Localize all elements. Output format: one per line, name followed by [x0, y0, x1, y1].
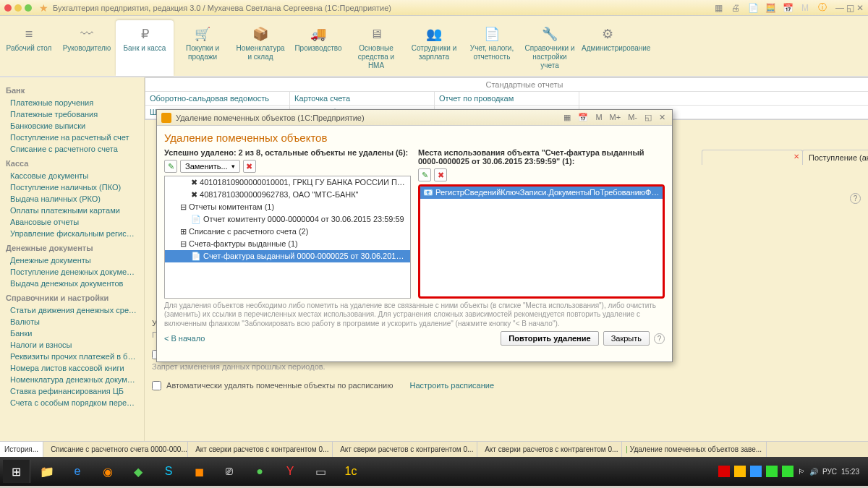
tray-lang[interactable]: РУС — [822, 468, 837, 476]
nav-admin[interactable]: ⚙Администрирование — [579, 20, 637, 76]
app-button[interactable]: ◆ — [124, 460, 152, 483]
close-button[interactable]: Закрыть — [603, 331, 650, 346]
sb-link[interactable]: Управление фискальным регистра... — [6, 228, 138, 239]
tree-group[interactable]: ⊞ Списание с расчетного счета (2) — [165, 226, 410, 238]
tray-volume-icon[interactable]: 🔊 — [809, 468, 818, 476]
nav-staff[interactable]: 👥Сотрудники и зарплата — [405, 20, 463, 76]
m-plus-icon[interactable]: M — [799, 2, 811, 14]
close-dot[interactable] — [4, 4, 12, 12]
report-link[interactable]: Оборотно-сальдовая ведомость — [145, 92, 290, 105]
sb-link[interactable]: Ставка рефинансирования ЦБ — [6, 385, 138, 397]
nav-manager[interactable]: 〰Руководителю — [58, 20, 116, 76]
tray-icon[interactable] — [782, 466, 793, 477]
help-icon[interactable]: ? — [654, 333, 665, 344]
nav-sales[interactable]: 🛒Покупки и продажи — [174, 20, 231, 76]
sb-link[interactable]: Поступление денежных документов — [6, 266, 138, 278]
doc-tab[interactable]: Акт сверки расчетов с контрагентом 0... — [333, 442, 477, 457]
schedule-link[interactable]: Настроить расписание — [409, 381, 494, 390]
dlg-calendar-icon[interactable]: 📅 — [576, 112, 590, 123]
grid-icon[interactable]: ▦ — [712, 2, 724, 14]
app-button[interactable]: ● — [246, 460, 273, 483]
tray-icon[interactable] — [734, 466, 746, 477]
restore-button[interactable]: ◱ — [846, 3, 854, 13]
retry-delete-button[interactable]: Повторить удаление — [501, 331, 598, 346]
usage-list[interactable]: 📧 РегистрСведенийКлючЗаписи.ДокументыПоТ… — [418, 184, 665, 299]
dialog-titlebar[interactable]: Удаление помеченных объектов (1С:Предпри… — [157, 110, 672, 126]
tray-flag-icon[interactable]: 🏳 — [798, 468, 805, 476]
delete-button[interactable]: ✖ — [434, 168, 447, 181]
1c-button[interactable]: 1c — [337, 460, 365, 483]
nav-ref[interactable]: 🔧Справочники и настройки учета — [521, 20, 579, 76]
tray-icon[interactable] — [718, 466, 730, 477]
start-button[interactable]: ⊞ — [3, 460, 30, 483]
doc-icon[interactable]: 📄 — [747, 2, 759, 14]
app-button[interactable]: ⎚ — [216, 460, 243, 483]
sb-link[interactable]: Статьи движения денежных средств — [6, 304, 138, 316]
sb-link[interactable]: Валюты — [6, 316, 138, 328]
sb-link[interactable]: Поступление на расчетный счет — [6, 132, 138, 143]
nav-stock[interactable]: 📦Номенклатура и склад — [231, 20, 289, 76]
edit-button[interactable]: ✎ — [418, 168, 431, 181]
app-button[interactable]: ◼ — [185, 460, 213, 483]
close-button[interactable]: ✕ — [856, 3, 864, 13]
tree-item[interactable]: 📄 Отчет комитенту 0000-0000004 от 30.06.… — [165, 213, 410, 226]
doc-tab[interactable]: Акт сверки расчетов с контрагентом 0... — [188, 442, 333, 457]
app-button[interactable]: Y — [276, 460, 304, 483]
nav-tax[interactable]: 📄Учет, налоги, отчетность — [463, 20, 521, 76]
print-icon[interactable]: 🖨 — [730, 2, 741, 14]
sb-link[interactable]: Банковские выписки — [6, 120, 138, 132]
tray-clock[interactable]: 15:23 — [841, 468, 859, 476]
sb-link[interactable]: Выдача наличных (РКО) — [6, 193, 138, 205]
tree-item[interactable]: ✖ 40817810300000962783, ОАО "МТС-БАНК" — [165, 189, 410, 201]
tray-icon[interactable] — [766, 466, 778, 477]
help-icon[interactable]: ⓘ — [817, 2, 828, 14]
doc-tab[interactable]: Поступление (акты, ...✕ — [802, 150, 868, 165]
edit-button[interactable]: ✎ — [164, 160, 177, 173]
sb-link[interactable]: Выдача денежных документов — [6, 278, 138, 289]
dlg-m-icon[interactable]: M — [593, 112, 604, 123]
dlg-restore-icon[interactable]: ◱ — [642, 112, 654, 123]
calc-icon[interactable]: 🧮 — [765, 2, 776, 14]
sb-link[interactable]: Реквизиты прочих платежей в бюд... — [6, 351, 138, 362]
sb-link[interactable]: Платежные требования — [6, 108, 138, 120]
star-icon[interactable]: ★ — [39, 2, 48, 14]
nav-production[interactable]: 🚚Производство — [289, 20, 347, 76]
doc-tab[interactable]: ✕ — [702, 150, 803, 165]
sb-link[interactable]: Платежные поручения — [6, 97, 138, 108]
calendar-icon[interactable]: 📅 — [782, 2, 793, 14]
minimize-button[interactable]: — — [835, 3, 844, 13]
history-tab[interactable]: История... — [0, 442, 43, 457]
ie-button[interactable]: e — [64, 460, 91, 483]
close-tab-icon[interactable]: ✕ — [793, 153, 799, 160]
nav-desktop[interactable]: ≡Рабочий стол — [0, 20, 58, 76]
tree-group[interactable]: ⊟ Отчеты комитентам (1) — [165, 201, 410, 213]
tray-icon[interactable] — [750, 466, 762, 477]
sb-link[interactable]: Авансовые отчеты — [6, 216, 138, 228]
sb-link[interactable]: Налоги и взносы — [6, 339, 138, 351]
tree-group[interactable]: ⊟ Счета-фактуры выданные (1) — [165, 238, 410, 250]
help-icon[interactable]: ? — [850, 193, 861, 204]
minimize-dot[interactable] — [14, 4, 22, 12]
skype-button[interactable]: S — [155, 460, 182, 483]
back-link[interactable]: < В начало — [164, 334, 205, 343]
usage-item[interactable]: 📧 РегистрСведенийКлючЗаписи.ДокументыПоТ… — [420, 187, 663, 199]
dlg-close-icon[interactable]: ✕ — [657, 112, 668, 123]
delete-button[interactable]: ✖ — [243, 160, 256, 173]
nav-bank-kassa[interactable]: ₽Банк и касса — [116, 20, 174, 76]
doc-tab[interactable]: Акт сверки расчетов с контрагентом 0... — [477, 442, 622, 457]
sb-link[interactable]: Поступление наличных (ПКО) — [6, 181, 138, 193]
dlg-grid-icon[interactable]: ▦ — [561, 112, 573, 123]
sb-link[interactable]: Банки — [6, 328, 138, 339]
maximize-dot[interactable] — [25, 4, 32, 12]
tree-item-selected[interactable]: 📄 Счет-фактура выданный 0000-0000025 от … — [165, 250, 410, 262]
dlg-mplus-icon[interactable]: M+ — [608, 112, 624, 123]
sb-link[interactable]: Счета с особым порядком переоце... — [6, 397, 138, 408]
dlg-mminus-icon[interactable]: M- — [626, 112, 639, 123]
sb-link[interactable]: Номера листов кассовой книги — [6, 362, 138, 374]
sb-link[interactable]: Кассовые документы — [6, 170, 138, 181]
nav-assets[interactable]: 🖥Основные средства и НМА — [347, 20, 405, 76]
explorer-button[interactable]: 📁 — [33, 460, 61, 483]
app-button[interactable]: ▭ — [307, 460, 334, 483]
report-link[interactable]: Отчет по проводкам — [435, 92, 579, 105]
sb-link[interactable]: Оплаты платежными картами — [6, 205, 138, 216]
